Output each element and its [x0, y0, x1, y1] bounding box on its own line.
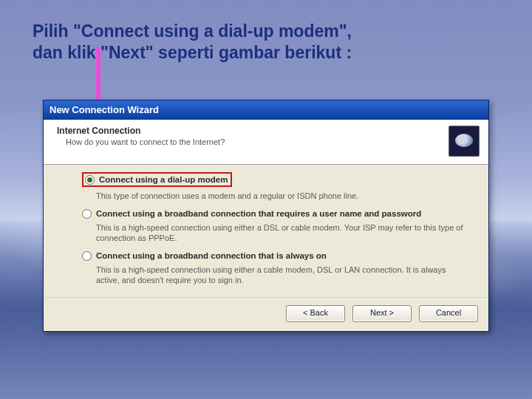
option-label: Connect using a broadband connection tha…	[96, 208, 421, 219]
wizard-window: New Connection Wizard Internet Connectio…	[43, 100, 489, 332]
option-description: This is a high-speed connection using ei…	[96, 265, 465, 286]
wizard-step-subtitle: How do you want to connect to the Intern…	[66, 137, 441, 146]
slide-instruction-text: Pilih "Connect using a dial-up modem", d…	[33, 21, 510, 64]
option-broadband-always[interactable]: Connect using a broadband connection tha…	[82, 250, 472, 285]
highlight-box: Connect using a dial-up modem	[82, 172, 232, 187]
instruction-line1: Pilih "Connect using a dial-up modem",	[33, 21, 352, 41]
option-label: Connect using a dial-up modem	[99, 174, 228, 185]
option-description: This is a high-speed connection using ei…	[96, 222, 465, 244]
wizard-header: Internet Connection How do you want to c…	[44, 120, 488, 165]
option-dialup[interactable]: Connect using a dial-up modem This type …	[82, 172, 472, 201]
cancel-button[interactable]: Cancel	[419, 305, 478, 322]
next-button[interactable]: Next >	[352, 305, 412, 322]
back-button[interactable]: < Back	[286, 305, 345, 322]
radio-broadband-auth[interactable]	[82, 209, 92, 219]
instruction-line2: dan klik "Next" seperti gambar berikut :	[33, 43, 352, 62]
radio-broadband-always[interactable]	[82, 251, 92, 261]
option-description: This type of connection uses a modem and…	[96, 191, 465, 201]
window-titlebar: New Connection Wizard	[44, 100, 488, 120]
globe-icon	[449, 126, 480, 157]
wizard-body: Connect using a dial-up modem This type …	[44, 165, 488, 297]
radio-dialup[interactable]	[85, 175, 95, 185]
option-broadband-auth[interactable]: Connect using a broadband connection tha…	[82, 208, 472, 243]
window-title: New Connection Wizard	[50, 104, 159, 115]
wizard-button-row: < Back Next > Cancel	[44, 297, 488, 331]
option-label: Connect using a broadband connection tha…	[96, 250, 327, 261]
wizard-step-title: Internet Connection	[57, 126, 441, 136]
